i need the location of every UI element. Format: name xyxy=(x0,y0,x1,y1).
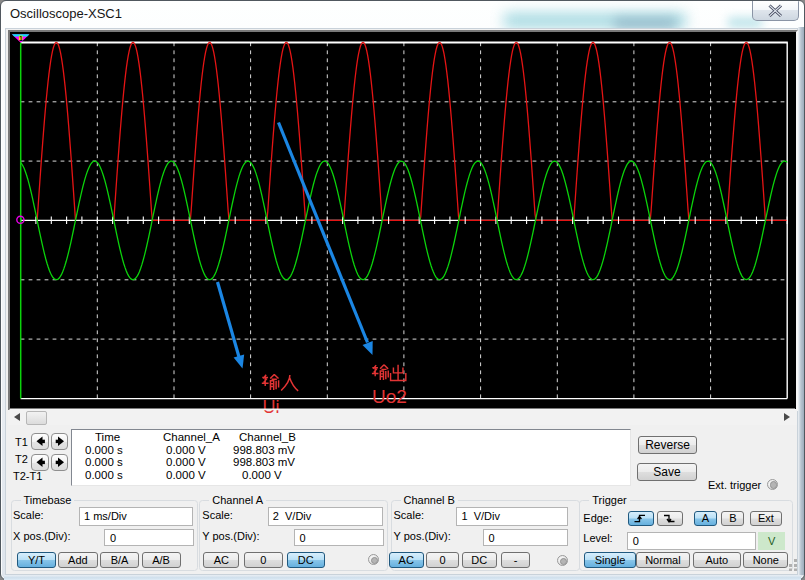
svg-text:Uo2: Uo2 xyxy=(372,386,407,407)
svg-text:1: 1 xyxy=(19,35,23,42)
svg-text:Ui: Ui xyxy=(263,397,280,417)
